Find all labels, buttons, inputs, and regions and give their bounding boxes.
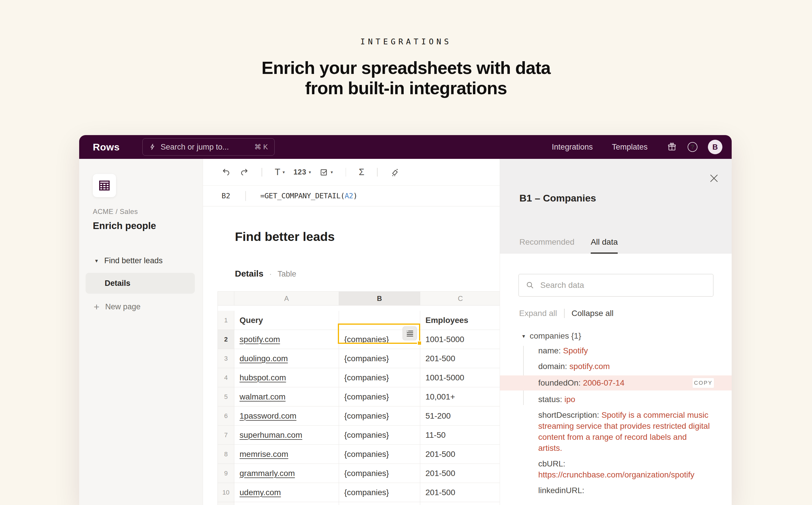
cell-B6[interactable]: {companies} — [339, 406, 420, 426]
row-header-3[interactable]: 3 — [218, 349, 234, 368]
tab-all-data[interactable]: All data — [591, 237, 618, 254]
cell-B4[interactable]: {companies} — [339, 368, 420, 387]
redo-button[interactable] — [239, 168, 249, 177]
search-data-input[interactable]: Search data — [518, 274, 713, 297]
tree-controls: Expand all Collapse all — [519, 309, 614, 318]
cell-B11[interactable]: {companies} — [339, 502, 420, 505]
field-value: https://crunchbase.com/organization/spot… — [538, 469, 712, 480]
hero-title-line1: Enrich your spreadsheets with data — [262, 58, 551, 78]
cell-A6[interactable]: 1password.com — [234, 406, 339, 426]
panel-body: Search data Expand all Collapse all ▾ co… — [500, 254, 732, 505]
cell-B5[interactable]: {companies} — [339, 387, 420, 406]
cell-A4[interactable]: hubspot.com — [234, 368, 339, 387]
global-search-input[interactable]: Search or jump to... ⌘ K — [142, 138, 275, 156]
sidebar-item-details[interactable]: Details — [86, 273, 195, 294]
cell-C4[interactable]: 1001-5000 — [420, 368, 500, 387]
column-header-C[interactable]: C — [420, 292, 500, 306]
cell-C1[interactable]: Employees — [420, 311, 500, 330]
avatar[interactable]: B — [708, 140, 722, 154]
cell-A7[interactable]: superhuman.com — [234, 426, 339, 445]
checkbox-button[interactable]: ▾ — [320, 168, 333, 177]
cell-reference-box[interactable]: B2 — [221, 192, 246, 200]
toolbar: T ▾ 123 ▾ ▾ Σ — [203, 159, 500, 185]
expand-all-button[interactable]: Expand all — [519, 309, 557, 318]
row-header-9[interactable]: 9 — [218, 464, 234, 483]
cell-B8[interactable]: {companies} — [339, 445, 420, 464]
toolbar-divider — [377, 168, 377, 177]
cell-B3[interactable]: {companies} — [339, 349, 420, 368]
copy-button[interactable]: COPY — [692, 378, 714, 388]
cell-C8[interactable]: 201-500 — [420, 445, 500, 464]
sidebar-item-find-better-leads[interactable]: ▾ Find better leads — [95, 256, 203, 265]
row-header-11[interactable]: 11 — [218, 502, 234, 505]
cell-C10[interactable]: 201-500 — [420, 483, 500, 502]
row-header-6[interactable]: 6 — [218, 406, 234, 426]
undo-button[interactable] — [221, 168, 231, 177]
list-icon — [406, 329, 414, 337]
field-status: status: ipo — [500, 394, 724, 405]
row-header-1[interactable]: 1 — [218, 311, 234, 330]
formula-cell-ref: A2 — [345, 192, 353, 200]
column-header-B[interactable]: B — [339, 292, 420, 306]
expand-cell-data-button[interactable] — [402, 326, 417, 340]
field-key: shortDescription: — [538, 410, 602, 419]
text-format-button[interactable]: T ▾ — [275, 167, 285, 177]
field-key: foundedOn: — [538, 378, 583, 387]
tab-recommended[interactable]: Recommended — [519, 237, 575, 254]
cell-C2[interactable]: 1001-5000 — [420, 330, 500, 349]
sum-button[interactable]: Σ — [359, 167, 364, 177]
row-header-2[interactable]: 2 — [218, 330, 234, 349]
cell-C7[interactable]: 11-50 — [420, 426, 500, 445]
table-type-label[interactable]: Table — [278, 270, 296, 279]
cell-A8[interactable]: memrise.com — [234, 445, 339, 464]
cell-B9[interactable]: {companies} — [339, 464, 420, 483]
row-header-7[interactable]: 7 — [218, 426, 234, 445]
formula-text: =GET_COMPANY_DETAIL( — [261, 192, 345, 200]
row-header-4[interactable]: 4 — [218, 368, 234, 387]
close-icon[interactable] — [708, 172, 720, 184]
cell-A1[interactable]: Query — [234, 311, 339, 330]
cell-B7[interactable]: {companies} — [339, 426, 420, 445]
hero-eyebrow: INTEGRATIONS — [0, 37, 812, 46]
cell-A2[interactable]: spotify.com — [234, 330, 339, 349]
rows-logo[interactable]: Rows — [93, 142, 120, 153]
tree-root-companies[interactable]: ▾ companies {1} — [522, 331, 581, 341]
text-format-label: T — [275, 167, 281, 177]
cell-A3[interactable]: duolingo.com — [234, 349, 339, 368]
cell-C6[interactable]: 51-200 — [420, 406, 500, 426]
cell-B10[interactable]: {companies} — [339, 483, 420, 502]
nav-templates[interactable]: Templates — [612, 143, 648, 152]
avatar-initial: B — [712, 143, 718, 152]
column-header-A[interactable]: A — [234, 292, 339, 306]
row-header-8[interactable]: 8 — [218, 445, 234, 464]
collapse-all-button[interactable]: Collapse all — [572, 309, 614, 318]
cell-C3[interactable]: 201-500 — [420, 349, 500, 368]
new-page-button[interactable]: + New page — [94, 302, 203, 312]
fill-handle[interactable] — [417, 341, 422, 346]
breadcrumb[interactable]: ACME / Sales — [93, 207, 203, 216]
row-header-10[interactable]: 10 — [218, 483, 234, 502]
field-domain: domain: spotify.com — [500, 361, 724, 372]
cell-A10[interactable]: udemy.com — [234, 483, 339, 502]
formula-divider — [246, 191, 246, 201]
cell-A11[interactable]: slack.com — [234, 502, 339, 505]
row-header-5[interactable]: 5 — [218, 387, 234, 406]
cell-C9[interactable]: 201-500 — [420, 464, 500, 483]
new-page-label: New page — [105, 302, 141, 311]
cell-C5[interactable]: 10,001+ — [420, 387, 500, 406]
number-format-button[interactable]: 123 ▾ — [294, 168, 311, 176]
search-shortcut: ⌘ K — [254, 143, 268, 151]
gift-icon[interactable] — [667, 142, 677, 152]
table-name[interactable]: Details — [235, 269, 263, 279]
help-glyph: ? — [690, 143, 694, 151]
clear-format-button[interactable] — [390, 168, 399, 177]
cell-A5[interactable]: walmart.com — [234, 387, 339, 406]
nav-integrations[interactable]: Integrations — [552, 143, 593, 152]
sidebar: ACME / Sales Enrich people ▾ Find better… — [79, 159, 203, 505]
cell-C11[interactable]: 1001-5000 — [420, 502, 500, 505]
formula-input[interactable]: =GET_COMPANY_DETAIL(A2) — [261, 192, 358, 200]
spreadsheet-tile[interactable] — [93, 174, 116, 197]
data-panel: B1 – Companies RecommendedAll data Searc… — [500, 159, 732, 505]
cell-A9[interactable]: grammarly.com — [234, 464, 339, 483]
help-icon[interactable]: ? — [688, 142, 697, 152]
